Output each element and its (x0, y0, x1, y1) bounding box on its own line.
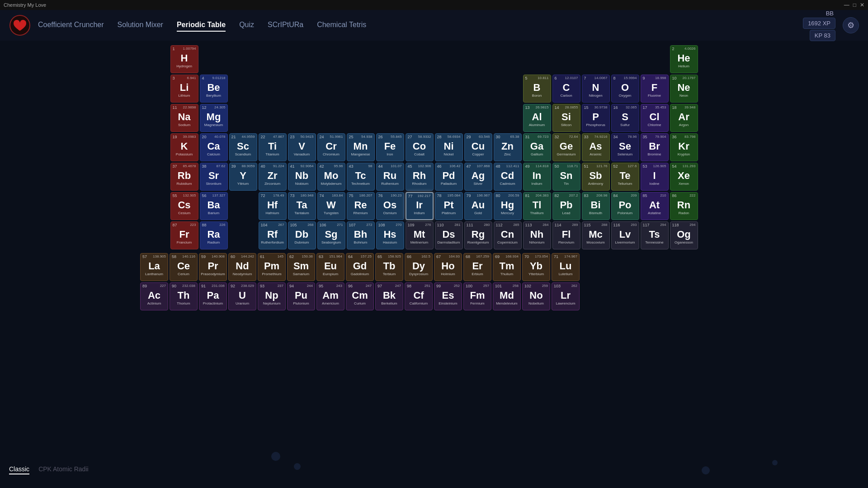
element-Pa[interactable]: 91 231.036 Pa Protactinium (199, 282, 227, 310)
element-U[interactable]: 92 238.029 U Uranium (228, 282, 256, 310)
element-Se[interactable]: 34 78.96 Se Selenium (611, 133, 639, 161)
element-Xe[interactable]: 54 131.293 Xe Xenon (670, 163, 698, 191)
element-Np[interactable]: 93 237 Np Neptunium (258, 282, 286, 310)
element-Hf[interactable]: 72 178.49 Hf Hafnium (259, 192, 287, 220)
element-Sb[interactable]: 51 121.76 Sb Antimony (582, 163, 610, 191)
close-btn[interactable]: ✕ (860, 2, 864, 8)
element-K[interactable]: 19 39.0983 K Potassium (170, 133, 198, 161)
element-Hg[interactable]: 80 200.59 Hg Mercury (494, 192, 522, 220)
element-Kr[interactable]: 36 83.798 Kr Krypton (670, 133, 698, 161)
element-Te[interactable]: 52 127.6 Te Tellurium (611, 163, 639, 191)
element-Rn[interactable]: 86 222 Rn Radon (670, 192, 698, 220)
element-No[interactable]: 102 259 No Nobelium (522, 282, 550, 310)
element-S[interactable]: 16 32.065 S Sulfur (611, 104, 639, 132)
element-Re[interactable]: 75 186.207 Re Rhenium (347, 192, 375, 220)
nav-scriptura[interactable]: SCrIPtURa (268, 19, 303, 32)
element-Nd[interactable]: 60 144.242 Nd Neodymium (228, 253, 256, 281)
element-Zn[interactable]: 30 65.38 Zn Zinc (494, 133, 522, 161)
element-Rg[interactable]: 111 280 Rg Roentgenium (464, 221, 492, 249)
element-O[interactable]: 8 15.9994 O Oxygen (611, 75, 639, 103)
element-Ba[interactable]: 56 137.327 Ba Barium (200, 192, 228, 220)
element-Si[interactable]: 14 28.0855 Si Silicon (552, 104, 580, 132)
element-In[interactable]: 49 114.818 In Indium (523, 163, 551, 191)
element-Sg[interactable]: 106 271 Sg Seaborgium (317, 221, 345, 249)
element-Be[interactable]: 4 9.01218 Be Beryllium (200, 75, 228, 103)
element-Th[interactable]: 90 232.038 Th Thorium (170, 282, 198, 310)
element-Es[interactable]: 99 252 Es Einsteinium (434, 282, 462, 310)
element-Li[interactable]: 3 6.941 Li Lithium (170, 75, 198, 103)
element-Ts[interactable]: 117 294 Ts Tennessine (641, 221, 669, 249)
element-Ni[interactable]: 28 58.6934 Ni Nickel (435, 133, 463, 161)
element-Pd[interactable]: 46 106.42 Pd Palladium (435, 163, 463, 191)
element-Cf[interactable]: 98 251 Cf Californium (405, 282, 433, 310)
element-Os[interactable]: 76 190.23 Os Osmium (376, 192, 404, 220)
element-Mg[interactable]: 12 24.305 Mg Magnesium (200, 104, 228, 132)
element-H[interactable]: 1 1.00794 H Hydrogen (170, 45, 198, 73)
element-Er[interactable]: 68 167.259 Er Erbium (463, 253, 491, 281)
element-Ar[interactable]: 18 39.948 Ar Argon (670, 104, 698, 132)
element-Au[interactable]: 79 196.967 Au Gold (464, 192, 492, 220)
element-Fl[interactable]: 114 289 Fl Flerovium (552, 221, 580, 249)
element-I[interactable]: 53 126.905 I Iodine (641, 163, 669, 191)
element-Pt[interactable]: 78 195.084 Pt Platinum (435, 192, 463, 220)
element-Pb[interactable]: 82 207.2 Pb Lead (552, 192, 580, 220)
element-Nb[interactable]: 41 92.9064 Nb Niobium (288, 163, 316, 191)
element-Cd[interactable]: 48 112.411 Cd Cadmium (494, 163, 522, 191)
element-Cu[interactable]: 29 63.546 Cu Copper (464, 133, 492, 161)
element-C[interactable]: 6 12.0107 C Carbon (552, 75, 580, 103)
element-Pr[interactable]: 59 140.908 Pr Praseodymium (199, 253, 227, 281)
element-Sr[interactable]: 38 87.62 Sr Strontium (200, 163, 228, 191)
settings-button[interactable]: ⚙ (843, 17, 859, 33)
element-Ac[interactable]: 89 227 Ac Actinium (140, 282, 168, 310)
window-controls[interactable]: — □ ✕ (844, 2, 864, 8)
element-Tc[interactable]: 43 98 Tc Technetium (347, 163, 375, 191)
element-Cr[interactable]: 24 51.9961 Cr Chromium (317, 133, 345, 161)
maximize-btn[interactable]: □ (853, 2, 856, 8)
element-Ho[interactable]: 67 164.93 Ho Holmium (434, 253, 462, 281)
element-Ca[interactable]: 20 40.078 Ca Calcium (200, 133, 228, 161)
element-Eu[interactable]: 63 151.964 Eu Europium (316, 253, 344, 281)
element-Ga[interactable]: 31 69.723 Ga Gallium (523, 133, 551, 161)
element-Ra[interactable]: 88 226 Ra Radium (200, 221, 228, 249)
element-Nh[interactable]: 113 284 Nh Nihonium (523, 221, 551, 249)
element-Rf[interactable]: 104 267 Rf Rutherfordium (259, 221, 287, 249)
tab-classic[interactable]: Classic (9, 465, 29, 474)
element-Bi[interactable]: 83 208.98 Bi Bismuth (582, 192, 610, 220)
element-Tm[interactable]: 69 168.934 Tm Thulium (493, 253, 521, 281)
element-Lu[interactable]: 71 174.967 Lu Lutetium (552, 253, 580, 281)
nav-coefficient-cruncher[interactable]: Coefficient Cruncher (38, 19, 104, 32)
element-Ir[interactable]: 77 192.217 Ir Iridium (406, 192, 434, 220)
element-Mt[interactable]: 109 276 Mt Meitnerium (406, 221, 434, 249)
element-Po[interactable]: 84 209 Po Polonium (611, 192, 639, 220)
nav-quiz[interactable]: Quiz (239, 19, 254, 32)
element-Fr[interactable]: 87 223 Fr Francium (170, 221, 198, 249)
element-Db[interactable]: 105 268 Db Dubnium (288, 221, 316, 249)
element-Og[interactable]: 118 294 Og Oganesson (670, 221, 698, 249)
element-Bk[interactable]: 97 247 Bk Berkelium (375, 282, 403, 310)
element-Ge[interactable]: 32 72.64 Ge Germanium (552, 133, 580, 161)
element-Sc[interactable]: 21 44.9559 Sc Scandium (229, 133, 257, 161)
element-Cn[interactable]: 112 285 Cn Copernicium (494, 221, 522, 249)
element-Tl[interactable]: 81 204.383 Tl Thallium (523, 192, 551, 220)
element-B[interactable]: 5 10.811 B Boron (523, 75, 551, 103)
element-Y[interactable]: 39 88.9059 Y Yttrium (229, 163, 257, 191)
element-Gd[interactable]: 64 157.25 Gd Gadolinium (346, 253, 374, 281)
element-Tb[interactable]: 65 158.925 Tb Terbium (375, 253, 403, 281)
tab-cpk-atomic-radii[interactable]: CPK Atomic Radii (38, 465, 88, 474)
element-Rb[interactable]: 37 85.4678 Rb Rubidium (170, 163, 198, 191)
nav-periodic-table[interactable]: Periodic Table (177, 19, 226, 32)
element-Bh[interactable]: 107 272 Bh Bohrium (347, 221, 375, 249)
element-Ne[interactable]: 10 20.1797 Ne Neon (670, 75, 698, 103)
element-Sm[interactable]: 62 150.36 Sm Samarium (287, 253, 315, 281)
element-At[interactable]: 85 210 At Astatine (641, 192, 669, 220)
element-Lr[interactable]: 103 262 Lr Lawrencium (552, 282, 580, 310)
element-Ta[interactable]: 73 180.948 Ta Tantalum (288, 192, 316, 220)
element-Na[interactable]: 11 22.9898 Na Sodium (170, 104, 198, 132)
element-Yb[interactable]: 70 173.054 Yb Ytterbium (522, 253, 550, 281)
element-N[interactable]: 7 14.0067 N Nitrogen (582, 75, 610, 103)
minimize-btn[interactable]: — (844, 2, 849, 8)
element-Pu[interactable]: 94 244 Pu Plutonium (287, 282, 315, 310)
element-Fm[interactable]: 100 257 Fm Fermium (463, 282, 491, 310)
element-Zr[interactable]: 40 91.224 Zr Zirconium (259, 163, 287, 191)
element-Cs[interactable]: 55 132.905 Cs Cesium (170, 192, 198, 220)
